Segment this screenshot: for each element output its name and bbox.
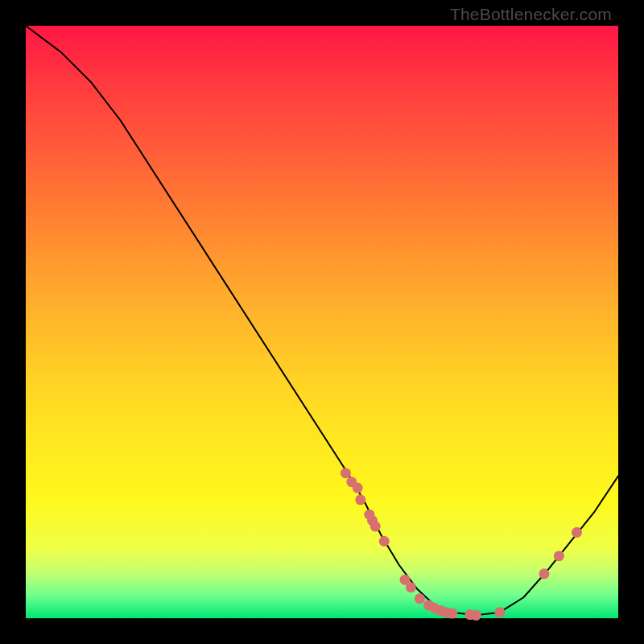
data-point [415,593,425,604]
chart-svg [26,26,618,618]
watermark-label: TheBottlenecker.com [450,5,612,24]
chart-container [26,26,618,618]
data-point [471,610,481,621]
data-point [572,527,582,538]
data-point [353,483,363,493]
data-point [355,494,365,505]
data-point [406,582,416,592]
data-point [554,551,564,561]
data-point [341,468,351,478]
bottleneck-curve [26,26,618,615]
data-point [447,609,457,619]
data-point [539,568,550,579]
data-points-group [341,468,582,621]
data-point [494,607,505,617]
data-point [379,536,390,547]
data-point [370,521,381,531]
